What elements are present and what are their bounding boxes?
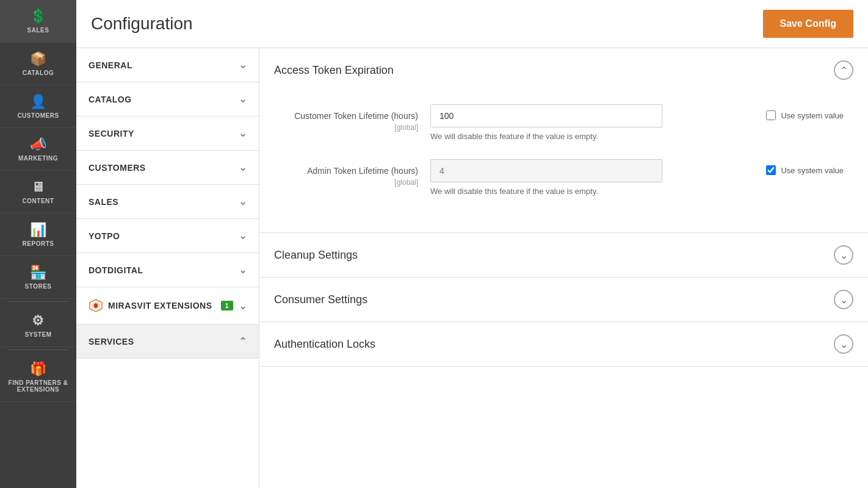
- accordion-mirasvit: MIRASVIT EXTENSIONS 1 ⌄: [76, 287, 259, 325]
- sidebar-item-label: STORES: [25, 283, 52, 290]
- section-authentication-locks-header[interactable]: Authentication Locks ⌄: [259, 322, 868, 366]
- save-config-button[interactable]: Save Config: [763, 10, 853, 38]
- section-access-token-expiration-title: Access Token Expiration: [274, 64, 394, 77]
- sidebar-item-label: SALES: [27, 27, 49, 34]
- section-consumer-settings-title: Consumer Settings: [274, 293, 367, 306]
- admin-token-label-text: Admin Token Lifetime (hours): [307, 166, 418, 176]
- sales-icon: 💲: [30, 9, 47, 24]
- chevron-down-icon: ⌄: [239, 230, 247, 242]
- left-panel: GENERAL ⌄ CATALOG ⌄ SECURITY ⌄ CUSTOMERS: [76, 48, 259, 488]
- mirasvit-logo-icon: [89, 298, 103, 313]
- customer-token-use-system-checkbox[interactable]: [766, 110, 776, 120]
- accordion-catalog-header[interactable]: CATALOG ⌄: [76, 82, 259, 116]
- accordion-services-label: SERVICES: [89, 337, 134, 346]
- customer-token-input[interactable]: [430, 104, 662, 127]
- accordion-customers-header[interactable]: CUSTOMERS ⌄: [76, 151, 259, 184]
- chevron-up-icon: ⌃: [239, 336, 247, 347]
- accordion-dotdigital-label: DOTDIGITAL: [89, 265, 143, 275]
- admin-token-label: Admin Token Lifetime (hours) [global]: [284, 159, 418, 187]
- accordion-mirasvit-header[interactable]: MIRASVIT EXTENSIONS 1 ⌄: [76, 287, 259, 324]
- content-area: GENERAL ⌄ CATALOG ⌄ SECURITY ⌄ CUSTOMERS: [76, 48, 868, 488]
- chevron-down-icon: ⌄: [239, 59, 247, 71]
- accordion-security-header[interactable]: SECURITY ⌄: [76, 117, 259, 150]
- accordion-services: SERVICES ⌃: [76, 325, 259, 359]
- section-access-token-expiration: Access Token Expiration ⌃ Customer Token…: [259, 48, 868, 233]
- chevron-down-icon: ⌄: [239, 127, 247, 139]
- sidebar-item-stores[interactable]: 🏪 STORES: [0, 256, 76, 299]
- accordion-dotdigital-header[interactable]: DOTDIGITAL ⌄: [76, 253, 259, 287]
- form-row-customer-token: Customer Token Lifetime (hours) [global]…: [284, 104, 844, 142]
- sidebar-item-content[interactable]: 🖥 CONTENT: [0, 171, 76, 214]
- section-auth-toggle-button[interactable]: ⌄: [834, 334, 853, 354]
- customer-token-scope: [global]: [284, 123, 418, 133]
- svg-marker-2: [94, 303, 98, 308]
- find-partners-icon: 🎁: [30, 361, 47, 377]
- mirasvit-badge: 1: [221, 301, 234, 310]
- accordion-services-header[interactable]: SERVICES ⌃: [76, 325, 259, 358]
- accordion-catalog-label: CATALOG: [89, 95, 132, 104]
- admin-token-use-system-checkbox[interactable]: [766, 165, 776, 175]
- sidebar-item-sales[interactable]: 💲 SALES: [0, 0, 76, 43]
- sidebar-item-label: CATALOG: [23, 70, 54, 76]
- chevron-down-icon: ⌄: [239, 196, 247, 207]
- chevron-down-icon: ⌄: [239, 300, 247, 312]
- content-icon: 🖥: [31, 179, 45, 195]
- sidebar-item-marketing[interactable]: 📣 MARKETING: [0, 128, 76, 171]
- sidebar-item-label: FIND PARTNERS & EXTENSIONS: [5, 379, 71, 393]
- sidebar-item-catalog[interactable]: 📦 CATALOG: [0, 43, 76, 85]
- accordion-catalog: CATALOG ⌄: [76, 82, 259, 117]
- sidebar-item-system[interactable]: ⚙ SYSTEM: [0, 304, 76, 347]
- page-header: Configuration Save Config: [76, 0, 868, 48]
- sidebar-item-reports[interactable]: 📊 REPORTS: [0, 214, 76, 256]
- section-authentication-locks-title: Authentication Locks: [274, 338, 375, 351]
- marketing-icon: 📣: [30, 137, 47, 152]
- accordion-customers-label: CUSTOMERS: [89, 163, 146, 173]
- mirasvit-header-content: MIRASVIT EXTENSIONS 1: [89, 298, 233, 313]
- sidebar-item-label: CONTENT: [23, 198, 54, 204]
- accordion-customers: CUSTOMERS ⌄: [76, 151, 259, 185]
- chevron-down-icon: ⌄: [239, 162, 247, 173]
- sidebar-item-label: MARKETING: [18, 155, 58, 162]
- admin-token-scope: [global]: [284, 178, 418, 188]
- form-row-admin-token: Admin Token Lifetime (hours) [global] We…: [284, 159, 844, 197]
- admin-token-use-system: Use system value: [766, 159, 844, 175]
- section-cleanup-settings-header[interactable]: Cleanup Settings ⌄: [259, 233, 868, 277]
- section-consumer-settings: Consumer Settings ⌄: [259, 278, 868, 322]
- customer-token-use-system-label: Use system value: [781, 111, 844, 120]
- customer-token-label-text: Customer Token Lifetime (hours): [294, 111, 418, 121]
- accordion-sales-header[interactable]: SALES ⌄: [76, 185, 259, 218]
- section-consumer-settings-header[interactable]: Consumer Settings ⌄: [259, 278, 868, 321]
- section-toggle-button[interactable]: ⌃: [834, 60, 853, 80]
- sidebar-item-label: SYSTEM: [24, 331, 51, 338]
- sidebar-item-customers[interactable]: 👤 CUSTOMERS: [0, 85, 76, 128]
- sidebar-divider-2: [8, 350, 69, 350]
- accordion-security: SECURITY ⌄: [76, 117, 259, 151]
- section-cleanup-settings: Cleanup Settings ⌄: [259, 233, 868, 278]
- admin-token-input[interactable]: [430, 159, 662, 182]
- accordion-general: GENERAL ⌄: [76, 48, 259, 82]
- accordion-dotdigital: DOTDIGITAL ⌄: [76, 253, 259, 287]
- accordion-sales: SALES ⌄: [76, 185, 259, 219]
- stores-icon: 🏪: [30, 265, 47, 281]
- accordion-yotpo: YOTPO ⌄: [76, 219, 259, 253]
- admin-token-help: We will disable this feature if the valu…: [430, 186, 662, 197]
- customer-token-input-area: We will disable this feature if the valu…: [430, 104, 754, 142]
- catalog-icon: 📦: [30, 51, 47, 67]
- section-consumer-toggle-button[interactable]: ⌄: [834, 290, 853, 309]
- customer-token-use-system: Use system value: [766, 104, 844, 120]
- accordion-yotpo-header[interactable]: YOTPO ⌄: [76, 219, 259, 253]
- section-access-token-expiration-header[interactable]: Access Token Expiration ⌃: [259, 48, 868, 92]
- accordion-general-label: GENERAL: [89, 60, 132, 70]
- accordion-sales-label: SALES: [89, 197, 118, 207]
- section-authentication-locks: Authentication Locks ⌄: [259, 322, 868, 367]
- sidebar-item-label: CUSTOMERS: [17, 112, 59, 119]
- chevron-down-icon: ⌄: [239, 93, 247, 105]
- section-cleanup-toggle-button[interactable]: ⌄: [834, 245, 853, 265]
- customer-token-label: Customer Token Lifetime (hours) [global]: [284, 104, 418, 132]
- accordion-general-header[interactable]: GENERAL ⌄: [76, 48, 259, 82]
- customer-token-help: We will disable this feature if the valu…: [430, 131, 662, 142]
- right-panel: Access Token Expiration ⌃ Customer Token…: [259, 48, 868, 488]
- section-access-token-expiration-content: Customer Token Lifetime (hours) [global]…: [259, 92, 868, 232]
- sidebar-item-find-partners[interactable]: 🎁 FIND PARTNERS & EXTENSIONS: [0, 353, 76, 402]
- admin-token-use-system-label: Use system value: [781, 166, 844, 175]
